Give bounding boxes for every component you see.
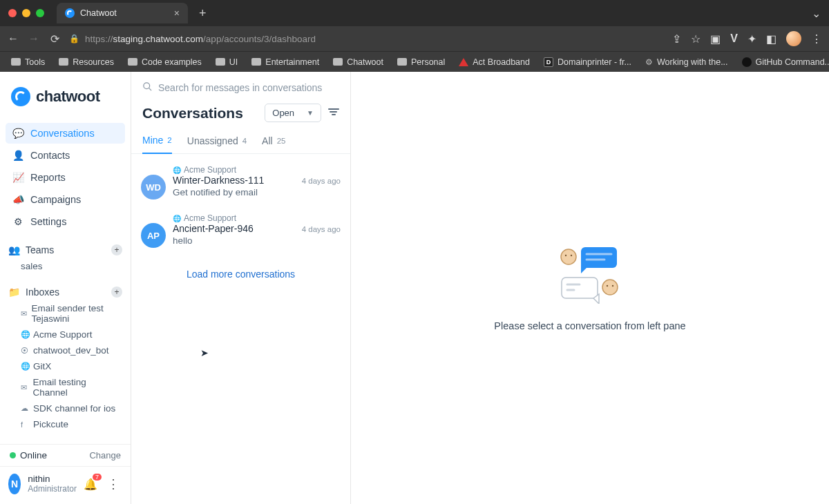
contact-name: Ancient-Paper-946 (173, 223, 254, 234)
user-menu-button[interactable]: ⋮ (104, 476, 122, 492)
conversation-item[interactable]: WD🌐Acme SupportWinter-Darkness-1114 days… (131, 158, 350, 206)
inbox-item[interactable]: 🌐Acme Support (0, 327, 131, 342)
inbox-item[interactable]: ⦿chatwoot_dev_bot (0, 342, 131, 358)
inbox-label: Acme Support (33, 329, 93, 340)
tab-all[interactable]: All25 (262, 129, 285, 153)
status-filter-dropdown[interactable]: Open ▼ (265, 104, 321, 122)
extensions-icon[interactable]: ✦ (747, 32, 756, 46)
filter-button[interactable] (328, 108, 339, 118)
add-inbox-button[interactable]: + (111, 287, 122, 298)
inbox-item[interactable]: fPickcute (0, 416, 131, 432)
reader-icon[interactable]: ▣ (710, 32, 721, 46)
bookmark-item[interactable]: DDomainprinter - fr... (538, 56, 637, 68)
bookmark-item[interactable]: GitHub Command... (736, 56, 829, 68)
conversation-snippet: Get notified by email (173, 187, 341, 197)
bookmark-label: Entertainment (265, 57, 319, 67)
notifications-button[interactable]: 🔔7 (84, 478, 97, 491)
teams-label: Teams (26, 244, 54, 255)
panel-icon[interactable]: ◧ (766, 32, 776, 46)
bookmark-item[interactable]: ⚙Working with the... (640, 56, 734, 68)
user-name: nithin (28, 474, 77, 485)
minimize-window-icon[interactable] (22, 9, 30, 17)
bookmark-item[interactable]: UI (210, 56, 244, 68)
reload-button[interactable]: ⟳ (48, 32, 61, 46)
tabs-overflow-icon[interactable]: ⌄ (812, 7, 821, 20)
trend-icon: 📈 (12, 172, 23, 183)
bookmark-item[interactable]: Entertainment (246, 56, 325, 68)
chat-icon: 💬 (12, 128, 23, 139)
svg-point-2 (561, 249, 576, 264)
globe-icon: 🌐 (173, 166, 181, 174)
tab-count: 2 (167, 136, 171, 144)
tab-count: 4 (242, 137, 247, 145)
browser-tab[interactable]: Chatwoot × (57, 3, 188, 23)
profile-avatar[interactable] (786, 31, 801, 46)
nav-conversations[interactable]: 💬Conversations (6, 123, 125, 144)
team-item[interactable]: sales (0, 258, 131, 274)
extension-icon[interactable]: V (730, 32, 738, 45)
bookmark-label: Domainprinter - fr... (558, 57, 631, 67)
conversation-item[interactable]: AP🌐Acme SupportAncient-Paper-9464 days a… (131, 206, 350, 255)
url-host: staging.chatwoot.com (113, 34, 204, 44)
bookmark-item[interactable]: Resources (53, 56, 120, 68)
inbox-item[interactable]: ✉Email testing Channel (0, 374, 131, 400)
maximize-window-icon[interactable] (36, 9, 44, 17)
nav-campaigns[interactable]: 📣Campaigns (6, 189, 125, 210)
site-icon: ⚙ (645, 57, 653, 67)
url-box[interactable]: 🔒 https://staging.chatwoot.com/app/accou… (69, 34, 316, 44)
contact-name: Winter-Darkness-111 (173, 175, 264, 186)
bookmark-item[interactable]: Chatwoot (327, 56, 389, 68)
conversation-snippet: hello (173, 235, 341, 246)
inbox-label: Email sender test Tejaswini (31, 303, 120, 324)
menu-icon[interactable]: ⋮ (811, 32, 822, 46)
bookmark-icon[interactable]: ☆ (691, 32, 701, 46)
share-icon[interactable]: ⇪ (672, 32, 681, 46)
folder-icon (128, 58, 137, 66)
folder-icon (397, 58, 407, 66)
brand-logo[interactable]: chatwoot (0, 72, 131, 123)
github-icon (742, 57, 752, 67)
conversations-title: Conversations (142, 105, 243, 122)
inbox-item[interactable]: ☁SDK channel for ios (0, 400, 131, 416)
forward-button[interactable]: → (28, 32, 40, 45)
inbox-item[interactable]: 🌐GitX (0, 358, 131, 374)
tab-count: 25 (277, 137, 286, 145)
add-team-button[interactable]: + (111, 244, 122, 255)
nav-reports[interactable]: 📈Reports (6, 167, 125, 188)
nav-contacts[interactable]: 👤Contacts (6, 145, 125, 166)
folder-icon (251, 58, 261, 66)
notification-badge: 7 (93, 474, 102, 481)
search-placeholder: Search for messages in conversations (158, 82, 322, 93)
contact-avatar: AP (141, 223, 166, 248)
svg-point-13 (612, 285, 613, 287)
url-path: /app/accounts/3/dashboard (203, 34, 316, 44)
bookmark-label: UI (229, 57, 238, 67)
load-more-button[interactable]: Load more conversations (131, 259, 350, 289)
tab-mine[interactable]: Mine2 (142, 129, 172, 154)
user-avatar[interactable]: N (8, 474, 21, 494)
conversation-list-panel: Search for messages in conversations Con… (131, 72, 351, 504)
bookmark-item[interactable]: Act Broadband (453, 56, 535, 68)
tab-close-icon[interactable]: × (174, 8, 180, 19)
tab-label: Mine (142, 135, 163, 146)
search-input[interactable]: Search for messages in conversations (131, 72, 350, 99)
bookmark-item[interactable]: Personal (392, 56, 450, 68)
svg-point-12 (607, 285, 608, 287)
user-role: Administrator (28, 484, 77, 494)
new-tab-button[interactable]: + (193, 6, 212, 21)
nav-settings[interactable]: ⚙Settings (6, 211, 125, 232)
back-button[interactable]: ← (7, 32, 19, 45)
bookmark-label: Chatwoot (347, 57, 383, 67)
window-controls[interactable] (8, 9, 44, 17)
bookmark-label: Resources (73, 57, 114, 67)
bookmark-item[interactable]: Tools (6, 56, 50, 68)
close-window-icon[interactable] (8, 9, 17, 17)
conversation-channel: 🌐Acme Support (173, 165, 341, 175)
tab-unassigned[interactable]: Unassigned4 (187, 129, 247, 153)
bookmark-item[interactable]: Code examples (122, 56, 207, 68)
presence-change-button[interactable]: Change (89, 450, 121, 461)
logo-text: chatwoot (36, 88, 100, 106)
inbox-item[interactable]: ✉Email sender test Tejaswini (0, 300, 131, 327)
tab-label: Unassigned (187, 135, 238, 146)
megaphone-icon: 📣 (12, 194, 23, 205)
